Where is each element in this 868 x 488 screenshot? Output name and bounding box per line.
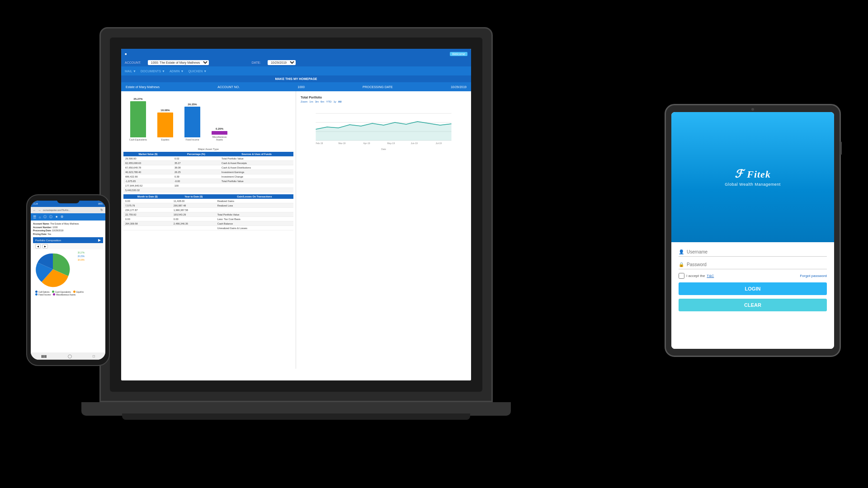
svg-text:Mar-19: Mar-19 [339, 142, 346, 145]
line-chart-svg: Feb-19 Mar-19 Apr-19 May-19 Jun-19 Jul-1… [301, 104, 467, 145]
pie-prev-btn[interactable]: ◀ [35, 244, 41, 249]
phone-nav-bar: ☰ ⌂ ⓘ ⓘ ★ ⚙ 👤 [31, 213, 105, 221]
table-row: 264,309.582,486,346.35Cash Balance [123, 221, 293, 226]
laptop-right-panel: Total Portfolio Zoom 1m 3m 6m YTD 1y All [296, 91, 471, 369]
chart-x-axis-label: Date [301, 148, 467, 150]
laptop-nav: MAIL ▼ DOCUMENTS ▼ ADMIN ▼ QUICKEN ▼ [121, 66, 471, 75]
pie-controls: ◀ ▶ [33, 243, 103, 249]
zoom-1y[interactable]: 1y [333, 100, 336, 103]
phone-pie-area: 35.27% 26.25% 38.08% [33, 249, 103, 290]
url-back-icon[interactable]: ← [33, 209, 36, 212]
laptop-banner[interactable]: MAKE THIS MY HOMEPAGE [121, 75, 471, 82]
bar-misc [212, 131, 227, 135]
password-input[interactable] [687, 262, 827, 267]
zoom-ytd[interactable]: YTD [326, 100, 331, 103]
svg-text:Feb-19: Feb-19 [316, 142, 323, 145]
account-no-value: 1000 [297, 85, 305, 89]
legend-dkblue: Fixed Income [35, 294, 51, 296]
table-row: 67,650,648.7838.08Cash & Asset Distribut… [123, 165, 293, 170]
table-row: 46,623,788.4026.25Investment Earnings [123, 170, 293, 174]
help-icon[interactable]: ⓘ [43, 215, 47, 219]
nav-item-quicken[interactable]: QUICKEN ▼ [188, 70, 207, 73]
tc-checkbox[interactable] [679, 273, 684, 279]
url-refresh-icon[interactable]: ↻ [100, 208, 103, 212]
pie-legend: Call Options Cash Equivalents Equi/Inv F… [33, 290, 103, 297]
col-sources: Sources & Uses of Funds [220, 152, 293, 156]
col-mtd: Month to Date ($) [123, 194, 172, 199]
zoom-controls: Zoom 1m 3m 6m YTD 1y All [301, 100, 467, 103]
col-market-value: Market Value ($) [123, 152, 173, 156]
laptop-foot [122, 413, 470, 420]
zoom-3m[interactable]: 3m [315, 100, 319, 103]
pie-chart-wrapper: 35.27% 26.25% 38.08% [35, 251, 71, 288]
bar-pct-cash: 35.27% [133, 98, 142, 100]
pct-orange: 38.08% [78, 258, 85, 262]
gain-table: Month to Date ($) Year to Date ($) Gain/… [123, 194, 293, 230]
tc-link[interactable]: T&C [707, 274, 714, 278]
laptop: ■ Welcome ACCOUNT: 1000: The Estate of M… [99, 27, 493, 434]
bar-group-misc: 0.29% Miscellaneous Assets [209, 127, 230, 141]
bar-fixed [184, 107, 200, 137]
phone-body: 2:24 95% ← → ca.trustreporter.com/Tftv4/… [26, 194, 110, 366]
pie-chart-svg [35, 251, 71, 287]
zoom-all[interactable]: All [338, 100, 342, 103]
scene: ■ Welcome ACCOUNT: 1000: The Estate of M… [0, 0, 868, 488]
url-forward-icon[interactable]: → [38, 209, 41, 212]
username-input[interactable] [687, 249, 827, 254]
logo-fi: ℱ [735, 168, 744, 180]
bar-cash [130, 101, 146, 137]
tc-left: I accept the T&C [679, 273, 714, 279]
nav-item-admin[interactable]: ADMIN ▼ [170, 70, 184, 73]
line-chart-title: Total Portfolio [301, 96, 467, 99]
zoom-1m[interactable]: 1m [309, 100, 313, 103]
clear-button[interactable]: CLEAR [679, 299, 827, 311]
zoom-label: Zoom [301, 100, 307, 103]
star-icon[interactable]: ★ [55, 215, 58, 219]
svg-text:Jun-19: Jun-19 [411, 142, 418, 145]
home-icon[interactable]: ⌂ [39, 216, 41, 219]
zoom-6m[interactable]: 6m [321, 100, 324, 103]
tablet: ℱ Fitek Global Wealth Management 👤 🔒 [665, 104, 841, 357]
phone-home-btn[interactable]: ◯ [68, 354, 72, 358]
phone-content: Account Name: The Estate of Mary Mathews… [31, 221, 105, 299]
legend-blue: Call Options [35, 291, 50, 293]
phone-recent-btn[interactable]: □ [93, 354, 95, 358]
login-button[interactable]: LOGIN [679, 282, 827, 295]
bar-equities [157, 113, 173, 137]
user-nav-icon[interactable]: 👤 [66, 215, 70, 219]
laptop-screen-bezel: ■ Welcome ACCOUNT: 1000: The Estate of M… [110, 38, 482, 392]
phone-account-info: Account Name: The Estate of Mary Mathews… [33, 222, 103, 236]
phone-signal: 95% [98, 202, 103, 205]
phone-notch [57, 199, 80, 203]
col-ytd: Year to Date ($) [172, 194, 216, 199]
date-select[interactable]: 10/29/2019 [268, 60, 296, 65]
pie-pct-labels: 35.27% 26.25% 38.08% [78, 251, 85, 262]
login-logo: ℱ Fitek [735, 168, 771, 180]
col-gainloss: Gain/Losses On Transactions [216, 194, 293, 199]
welcome-button[interactable]: Welcome [450, 52, 467, 56]
nav-item-mail[interactable]: MAIL ▼ [125, 70, 136, 73]
laptop-left-panel: 35.27% Cash Equivalents 18.08% Equities [121, 91, 296, 369]
bar-group-equities: 18.08% Equities [155, 109, 175, 141]
pct-green: 35.27% [78, 251, 85, 255]
phone-bottom-nav: ▮▮▮ ◯ □ [31, 352, 105, 360]
laptop-content: 35.27% Cash Equivalents 18.08% Equities [121, 91, 471, 369]
help2-icon[interactable]: ⓘ [49, 215, 52, 219]
login-header: ℱ Fitek Global Wealth Management [671, 112, 834, 242]
user-icon: 👤 [679, 249, 684, 254]
forgot-password-link[interactable]: Forgot password [800, 274, 827, 278]
bar-chart-area: 35.27% Cash Equivalents 18.08% Equities [123, 94, 293, 150]
settings-icon[interactable]: ⚙ [61, 215, 63, 219]
pie-next-btn[interactable]: ▶ [42, 244, 48, 249]
nav-item-documents[interactable]: DOCUMENTS ▼ [141, 70, 165, 73]
menu-icon[interactable]: ☰ [33, 215, 36, 219]
processing-date-row: Processing Date: 10/29/2019 [33, 229, 103, 233]
account-select[interactable]: 1000: The Estate of Mary Mathews [148, 60, 209, 65]
url-text: ca.trustreporter.com/Tftv4/m... [43, 209, 99, 211]
laptop-body: ■ Welcome ACCOUNT: 1000: The Estate of M… [99, 27, 493, 402]
bar-chart: 35.27% Cash Equivalents 18.08% Equities [123, 94, 293, 148]
phone-back-btn[interactable]: ▮▮▮ [41, 354, 47, 358]
portfolio-expand-icon[interactable]: ▶ [98, 238, 101, 242]
table-row: 0.000.00Less: Tax Cost Basis [123, 217, 293, 221]
table-row: 22,755.92193,543.29Total Portfolio Value [123, 212, 293, 217]
